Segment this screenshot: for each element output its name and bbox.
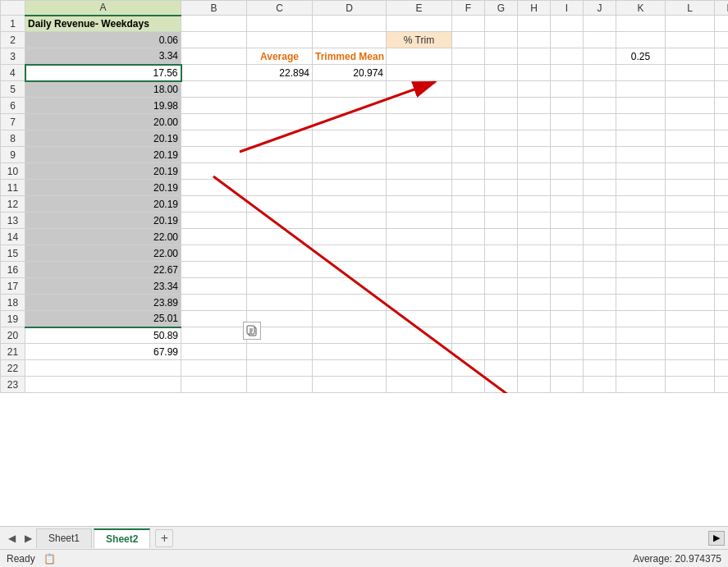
col-header-d[interactable]: D [313,1,387,16]
cell-l23[interactable] [666,377,715,393]
cell-d11[interactable] [313,180,387,196]
cell-l12[interactable] [666,196,715,213]
cell-f11[interactable] [452,180,485,196]
cell-h2[interactable] [518,32,551,48]
cell-i9[interactable] [551,147,584,163]
cell-k11[interactable] [616,180,666,196]
cell-k5[interactable] [616,81,666,98]
cell-g21[interactable] [485,344,518,360]
cell-h6[interactable] [518,98,551,114]
cell-f10[interactable] [452,163,485,180]
cell-a12[interactable]: 20.19 [25,196,181,213]
cell-g1[interactable] [485,16,518,32]
cell-e3[interactable] [387,48,452,65]
cell-m2[interactable] [715,32,729,48]
cell-e22[interactable] [387,360,452,377]
cell-a14[interactable]: 22.00 [25,229,181,245]
cell-m1[interactable] [715,16,729,32]
cell-l16[interactable] [666,262,715,278]
cell-g11[interactable] [485,180,518,196]
cell-f16[interactable] [452,262,485,278]
cell-a21[interactable]: 67.99 [25,344,181,360]
cell-c7[interactable] [247,114,313,130]
cell-g23[interactable] [485,377,518,393]
cell-j23[interactable] [584,377,616,393]
cell-j3[interactable] [584,48,616,65]
cell-m7[interactable] [715,114,729,130]
cell-i22[interactable] [551,360,584,377]
tab-nav-prev[interactable]: ◀ [3,530,20,546]
cell-h5[interactable] [518,81,551,98]
cell-l3[interactable] [666,48,715,65]
cell-b19[interactable] [181,311,247,327]
cell-j9[interactable] [584,147,616,163]
cell-e2[interactable]: % Trim [387,32,452,48]
cell-e13[interactable] [387,213,452,229]
cell-b22[interactable] [181,360,247,377]
cell-c11[interactable] [247,180,313,196]
cell-c3[interactable]: Average [247,48,313,65]
cell-e7[interactable] [387,114,452,130]
cell-f7[interactable] [452,114,485,130]
cell-m5[interactable] [715,81,729,98]
cell-c8[interactable] [247,130,313,147]
cell-f12[interactable] [452,196,485,213]
cell-d17[interactable] [313,278,387,295]
cell-m15[interactable] [715,245,729,262]
cell-a11[interactable]: 20.19 [25,180,181,196]
cell-d2[interactable] [313,32,387,48]
cell-e5[interactable] [387,81,452,98]
cell-f17[interactable] [452,278,485,295]
cell-e6[interactable] [387,98,452,114]
cell-a5[interactable]: 18.00 [25,81,181,98]
cell-a16[interactable]: 22.67 [25,262,181,278]
cell-f4[interactable] [452,65,485,81]
cell-a17[interactable]: 23.34 [25,278,181,295]
cell-g19[interactable] [485,311,518,327]
cell-f15[interactable] [452,245,485,262]
cell-f14[interactable] [452,229,485,245]
cell-l8[interactable] [666,130,715,147]
cell-f19[interactable] [452,311,485,327]
cell-e17[interactable] [387,278,452,295]
cell-i15[interactable] [551,245,584,262]
cell-e20[interactable] [387,327,452,344]
cell-g4[interactable] [485,65,518,81]
cell-a4[interactable]: 17.56 [25,65,181,81]
cell-h10[interactable] [518,163,551,180]
cell-l14[interactable] [666,229,715,245]
cell-c12[interactable] [247,196,313,213]
col-header-k[interactable]: K [616,1,666,16]
cell-l15[interactable] [666,245,715,262]
cell-d5[interactable] [313,81,387,98]
cell-j20[interactable] [584,327,616,344]
cell-i8[interactable] [551,130,584,147]
col-header-c[interactable]: C [247,1,313,16]
grid-container[interactable]: A B C D E F G H I J K L M [0,0,728,393]
cell-g20[interactable] [485,327,518,344]
cell-c2[interactable] [247,32,313,48]
cell-i6[interactable] [551,98,584,114]
add-sheet-button[interactable]: + [155,529,173,547]
cell-j5[interactable] [584,81,616,98]
cell-a20[interactable]: 50.89 [25,327,181,344]
cell-g13[interactable] [485,213,518,229]
cell-f18[interactable] [452,295,485,311]
cell-e12[interactable] [387,196,452,213]
cell-e8[interactable] [387,130,452,147]
cell-k18[interactable] [616,295,666,311]
cell-l2[interactable] [666,32,715,48]
cell-d7[interactable] [313,114,387,130]
cell-k17[interactable] [616,278,666,295]
cell-b15[interactable] [181,245,247,262]
cell-b3[interactable] [181,48,247,65]
cell-a6[interactable]: 19.98 [25,98,181,114]
cell-d15[interactable] [313,245,387,262]
cell-a9[interactable]: 20.19 [25,147,181,163]
cell-a3[interactable]: 3.34 [25,48,181,65]
cell-c9[interactable] [247,147,313,163]
cell-c6[interactable] [247,98,313,114]
cell-a19[interactable]: 25.01 [25,311,181,327]
cell-f21[interactable] [452,344,485,360]
cell-h21[interactable] [518,344,551,360]
